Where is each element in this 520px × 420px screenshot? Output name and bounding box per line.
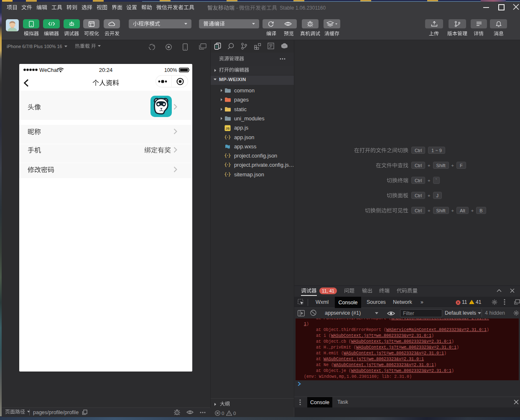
svg-text:!: !: [471, 300, 472, 304]
svg-text:JS: JS: [226, 127, 230, 130]
